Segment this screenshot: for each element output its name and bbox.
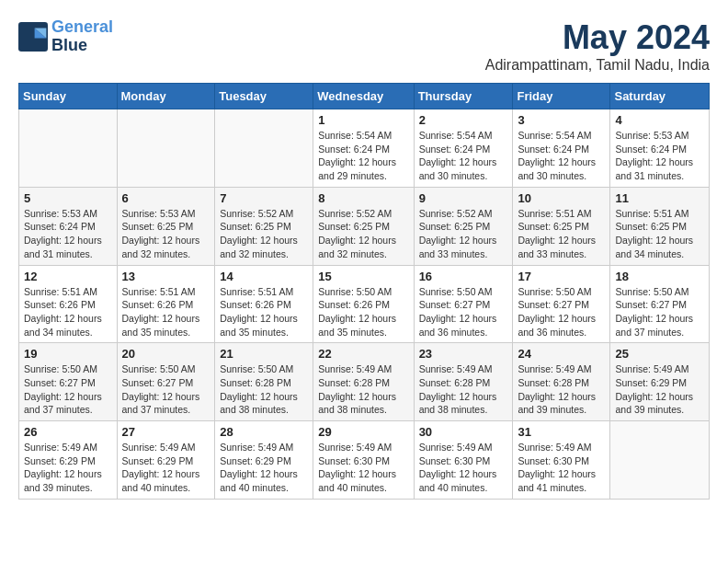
day-info: Sunrise: 5:51 AM Sunset: 6:25 PM Dayligh…	[518, 207, 605, 261]
day-number: 30	[419, 425, 508, 439]
day-number: 4	[615, 113, 704, 127]
day-number: 12	[24, 270, 112, 283]
day-number: 28	[220, 425, 308, 439]
day-number: 24	[518, 347, 605, 361]
day-number: 9	[419, 191, 508, 205]
day-info: Sunrise: 5:51 AM Sunset: 6:26 PM Dayligh…	[122, 285, 210, 339]
logo: General Blue	[18, 18, 113, 55]
calendar-week-2: 5Sunrise: 5:53 AM Sunset: 6:24 PM Daylig…	[19, 187, 710, 265]
calendar-week-1: 1Sunrise: 5:54 AM Sunset: 6:24 PM Daylig…	[19, 109, 710, 188]
calendar-cell: 30Sunrise: 5:49 AM Sunset: 6:30 PM Dayli…	[414, 421, 513, 500]
calendar-cell: 25Sunrise: 5:49 AM Sunset: 6:29 PM Dayli…	[610, 343, 710, 421]
page-header: General Blue May 2024 Adirampattinam, Ta…	[18, 18, 710, 74]
calendar-week-5: 26Sunrise: 5:49 AM Sunset: 6:29 PM Dayli…	[19, 421, 710, 500]
day-number: 21	[220, 347, 308, 361]
day-number: 14	[220, 270, 308, 283]
day-number: 26	[24, 425, 112, 439]
day-info: Sunrise: 5:53 AM Sunset: 6:24 PM Dayligh…	[615, 129, 704, 183]
day-info: Sunrise: 5:49 AM Sunset: 6:29 PM Dayligh…	[615, 362, 704, 417]
calendar-cell: 1Sunrise: 5:54 AM Sunset: 6:24 PM Daylig…	[313, 109, 414, 188]
day-info: Sunrise: 5:54 AM Sunset: 6:24 PM Dayligh…	[518, 129, 605, 183]
day-info: Sunrise: 5:49 AM Sunset: 6:30 PM Dayligh…	[318, 441, 408, 495]
calendar-cell: 13Sunrise: 5:51 AM Sunset: 6:26 PM Dayli…	[117, 265, 215, 343]
calendar-cell: 16Sunrise: 5:50 AM Sunset: 6:27 PM Dayli…	[414, 265, 513, 343]
calendar-cell	[215, 109, 313, 188]
calendar-cell: 4Sunrise: 5:53 AM Sunset: 6:24 PM Daylig…	[610, 109, 710, 188]
calendar-cell: 5Sunrise: 5:53 AM Sunset: 6:24 PM Daylig…	[19, 187, 118, 265]
day-info: Sunrise: 5:50 AM Sunset: 6:27 PM Dayligh…	[24, 362, 112, 417]
day-number: 5	[24, 191, 112, 205]
calendar-cell: 6Sunrise: 5:53 AM Sunset: 6:25 PM Daylig…	[117, 187, 215, 265]
calendar-cell: 10Sunrise: 5:51 AM Sunset: 6:25 PM Dayli…	[513, 187, 610, 265]
day-number: 18	[615, 270, 704, 283]
day-number: 15	[318, 270, 408, 283]
day-number: 22	[318, 347, 408, 361]
logo-icon	[18, 22, 48, 52]
month-title: May 2024	[485, 18, 710, 57]
title-section: May 2024 Adirampattinam, Tamil Nadu, Ind…	[485, 18, 710, 74]
day-info: Sunrise: 5:52 AM Sunset: 6:25 PM Dayligh…	[419, 207, 508, 261]
day-number: 23	[419, 347, 508, 361]
day-info: Sunrise: 5:51 AM Sunset: 6:26 PM Dayligh…	[24, 285, 112, 339]
day-number: 3	[518, 113, 605, 127]
calendar-cell	[610, 421, 710, 500]
calendar-cell	[117, 109, 215, 188]
day-number: 13	[122, 270, 210, 283]
calendar-cell: 27Sunrise: 5:49 AM Sunset: 6:29 PM Dayli…	[117, 421, 215, 500]
weekday-tuesday: Tuesday	[215, 84, 313, 109]
day-info: Sunrise: 5:49 AM Sunset: 6:28 PM Dayligh…	[419, 362, 508, 417]
day-number: 7	[220, 191, 308, 205]
logo-text: General Blue	[51, 18, 113, 55]
calendar-cell: 18Sunrise: 5:50 AM Sunset: 6:27 PM Dayli…	[610, 265, 710, 343]
calendar-cell: 23Sunrise: 5:49 AM Sunset: 6:28 PM Dayli…	[414, 343, 513, 421]
day-info: Sunrise: 5:53 AM Sunset: 6:25 PM Dayligh…	[122, 207, 210, 261]
day-info: Sunrise: 5:52 AM Sunset: 6:25 PM Dayligh…	[220, 207, 308, 261]
calendar-cell: 28Sunrise: 5:49 AM Sunset: 6:29 PM Dayli…	[215, 421, 313, 500]
calendar-week-4: 19Sunrise: 5:50 AM Sunset: 6:27 PM Dayli…	[19, 343, 710, 421]
day-info: Sunrise: 5:50 AM Sunset: 6:27 PM Dayligh…	[122, 362, 210, 417]
calendar-cell: 7Sunrise: 5:52 AM Sunset: 6:25 PM Daylig…	[215, 187, 313, 265]
day-number: 19	[24, 347, 112, 361]
day-info: Sunrise: 5:52 AM Sunset: 6:25 PM Dayligh…	[318, 207, 408, 261]
weekday-saturday: Saturday	[610, 84, 710, 109]
calendar-cell: 22Sunrise: 5:49 AM Sunset: 6:28 PM Dayli…	[313, 343, 414, 421]
day-info: Sunrise: 5:49 AM Sunset: 6:30 PM Dayligh…	[518, 441, 605, 495]
day-info: Sunrise: 5:49 AM Sunset: 6:29 PM Dayligh…	[24, 441, 112, 495]
weekday-thursday: Thursday	[414, 84, 513, 109]
day-info: Sunrise: 5:49 AM Sunset: 6:29 PM Dayligh…	[122, 441, 210, 495]
day-number: 16	[419, 270, 508, 283]
weekday-monday: Monday	[117, 84, 215, 109]
calendar-cell: 21Sunrise: 5:50 AM Sunset: 6:28 PM Dayli…	[215, 343, 313, 421]
weekday-wednesday: Wednesday	[313, 84, 414, 109]
calendar-cell: 24Sunrise: 5:49 AM Sunset: 6:28 PM Dayli…	[513, 343, 610, 421]
day-number: 1	[318, 113, 408, 127]
day-info: Sunrise: 5:50 AM Sunset: 6:27 PM Dayligh…	[419, 285, 508, 339]
location-title: Adirampattinam, Tamil Nadu, India	[485, 57, 710, 74]
day-number: 6	[122, 191, 210, 205]
day-info: Sunrise: 5:49 AM Sunset: 6:28 PM Dayligh…	[318, 362, 408, 417]
day-info: Sunrise: 5:49 AM Sunset: 6:28 PM Dayligh…	[518, 362, 605, 417]
calendar-cell: 26Sunrise: 5:49 AM Sunset: 6:29 PM Dayli…	[19, 421, 118, 500]
day-info: Sunrise: 5:49 AM Sunset: 6:30 PM Dayligh…	[419, 441, 508, 495]
day-number: 31	[518, 425, 605, 439]
calendar-cell: 9Sunrise: 5:52 AM Sunset: 6:25 PM Daylig…	[414, 187, 513, 265]
day-number: 29	[318, 425, 408, 439]
calendar-body: 1Sunrise: 5:54 AM Sunset: 6:24 PM Daylig…	[19, 109, 710, 500]
day-number: 17	[518, 270, 605, 283]
calendar-cell: 3Sunrise: 5:54 AM Sunset: 6:24 PM Daylig…	[513, 109, 610, 188]
weekday-sunday: Sunday	[19, 84, 118, 109]
day-number: 10	[518, 191, 605, 205]
calendar-cell: 15Sunrise: 5:50 AM Sunset: 6:26 PM Dayli…	[313, 265, 414, 343]
calendar-cell: 14Sunrise: 5:51 AM Sunset: 6:26 PM Dayli…	[215, 265, 313, 343]
day-info: Sunrise: 5:50 AM Sunset: 6:26 PM Dayligh…	[318, 285, 408, 339]
day-info: Sunrise: 5:50 AM Sunset: 6:27 PM Dayligh…	[615, 285, 704, 339]
day-number: 20	[122, 347, 210, 361]
day-number: 25	[615, 347, 704, 361]
day-number: 27	[122, 425, 210, 439]
day-info: Sunrise: 5:51 AM Sunset: 6:25 PM Dayligh…	[615, 207, 704, 261]
calendar-cell	[19, 109, 118, 188]
day-number: 8	[318, 191, 408, 205]
day-info: Sunrise: 5:54 AM Sunset: 6:24 PM Dayligh…	[318, 129, 408, 183]
calendar-cell: 11Sunrise: 5:51 AM Sunset: 6:25 PM Dayli…	[610, 187, 710, 265]
calendar-table: SundayMondayTuesdayWednesdayThursdayFrid…	[18, 83, 710, 500]
